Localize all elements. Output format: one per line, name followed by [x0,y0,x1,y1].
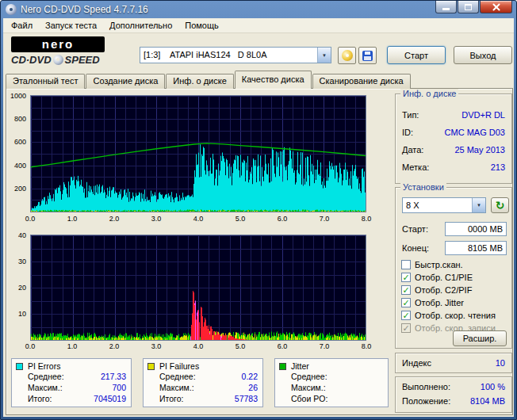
y-tick-label: 30 [18,258,26,265]
logo-text-cddvd: CD·DVD [11,54,52,66]
x-tick-label: 6.0 [278,342,288,350]
status-group: Выполнено:100 % Положение:8104 MB [395,376,512,413]
stat-value: 0.22 [242,372,258,381]
tab-disc-info[interactable]: Инф. о диске [166,74,233,89]
info-label: Тип: [402,110,419,120]
stat-value: 7045019 [94,394,126,403]
settings-group: Установки 8 X ▼ ↻ Старт: 0000 MB Конец: … [395,187,512,349]
x-tick-label: 2.0 [109,215,120,223]
index-group: Индекс10 [395,353,512,373]
end-position-field[interactable]: 8105 MB [445,241,507,255]
y-tick-label: 40 [18,231,26,239]
checkbox-show-c1-pie[interactable]: ✓Отобр. C1/PIE [401,272,508,283]
checkbox-show-read-speed[interactable]: ✓Отобр. скор. чтения [401,310,508,321]
pi-failures-stats: PI Failures Среднее:0.22 Максим.:26 Итог… [143,358,263,407]
maximize-button[interactable] [458,1,479,13]
save-button[interactable] [358,47,377,64]
x-tick-label: 4.0 [193,342,204,350]
index-label: Индекс [402,358,431,368]
checkbox-label: Быстр.скан. [415,260,463,269]
stat-label: Итого: [28,394,52,403]
close-icon [492,2,501,12]
checkbox-box: ✓ [401,323,411,333]
jitter-swatch-icon [279,363,286,370]
minimize-button[interactable] [435,1,457,13]
chevron-down-icon[interactable]: ▼ [317,48,331,63]
disc-eject-icon [342,50,353,61]
info-label: Метка: [402,162,429,172]
menu-item-help[interactable]: Помощь [178,19,225,32]
menu-item-run-test[interactable]: Запуск теста [39,19,103,32]
x-tick-label: 0.0 [25,215,36,223]
pi-errors-y-axis: 1000800600400200 [6,95,29,212]
eject-button[interactable] [338,47,356,64]
tab-scandisc[interactable]: Сканирование диска [312,74,411,89]
pi-failures-x-axis: 0.01.02.03.04.05.06.07.08.0 [30,342,366,351]
minimize-icon [442,8,450,10]
start-position-field[interactable]: 0000 MB [445,222,507,236]
settings-title: Установки [400,182,446,192]
logo-text-speed: SPEED [65,54,100,66]
x-tick-label: 7.0 [320,342,330,350]
disc-logo-icon [53,55,63,65]
progress-label: Выполнено: [402,382,450,391]
start-button[interactable]: Старт [387,46,446,64]
pi-failures-swatch-icon [147,363,155,370]
stat-value: 700 [112,383,126,392]
pi-errors-swatch-icon [16,363,23,370]
info-value: CMC MAG D03 [445,128,505,137]
x-tick-label: 5.0 [236,342,246,350]
stats-title: PI Errors [28,361,60,371]
app-window: Nero CD-DVD Speed 4.7.7.16 Файл Запуск т… [0,0,517,420]
menubar: Файл Запуск теста Дополнительно Помощь [3,18,514,33]
drive-select-value: [1:3] ATAPI iHAS124 D 8L0A [140,48,317,63]
stat-label: Максим.: [28,383,63,392]
refresh-button[interactable]: ↻ [491,197,509,213]
advanced-button[interactable]: Расшир. [453,330,507,346]
x-tick-label: 7.0 [320,215,330,223]
window-title: Nero CD-DVD Speed 4.7.7.16 [21,4,148,15]
checkbox-show-c2-pif[interactable]: ✓Отобр. C2/PIF [401,284,508,296]
progress-value: 100 % [481,382,505,391]
info-value: 25 May 2013 [454,145,505,155]
tab-create-disc[interactable]: Создание диска [86,74,165,89]
position-label: Положение: [402,396,450,406]
x-tick-label: 1.0 [67,215,78,223]
checkbox-box: ✓ [401,298,411,307]
refresh-icon: ↻ [496,200,505,210]
menu-item-file[interactable]: Файл [5,19,39,32]
x-tick-label: 3.0 [151,342,162,350]
stats-title: Jitter [291,361,309,371]
x-tick-label: 2.0 [109,342,120,350]
y-tick-label: 800 [14,115,26,123]
menu-item-extra[interactable]: Дополнительно [103,19,178,32]
x-tick-label: 0.0 [25,342,36,350]
stat-label: Максим.: [159,383,194,392]
info-value: 213 [491,162,505,172]
drive-select[interactable]: [1:3] ATAPI iHAS124 D 8L0A ▼ [140,47,331,63]
maximize-icon [465,4,472,10]
start-position-label: Старт: [402,224,428,234]
close-button[interactable] [480,1,512,13]
checkbox-fast-scan[interactable]: Быстр.скан. [401,259,508,270]
info-value: DVD+R DL [461,110,505,120]
jitter-stats: Jitter Среднее: Максим.: Сбои PO: [274,358,389,407]
checkbox-label: Отобр. Jitter [415,298,464,307]
disc-info-group: Инф. о диске Тип:DVD+R DL ID:CMC MAG D03… [395,94,512,184]
chevron-down-icon[interactable]: ▼ [472,198,485,212]
nero-logo: nero [11,36,105,52]
stat-value: 26 [248,383,258,392]
tab-benchmark[interactable]: Эталонный тест [6,74,85,89]
exit-button[interactable]: Выход [454,46,512,64]
tab-disc-quality[interactable]: Качество диска [235,71,312,89]
x-tick-label: 5.0 [236,215,246,223]
checkbox-show-jitter[interactable]: ✓Отобр. Jitter [401,297,508,308]
stat-value: 217.33 [101,372,126,381]
speed-select[interactable]: 8 X ▼ [402,197,486,213]
x-tick-label: 4.0 [193,215,204,223]
pi-errors-chart [30,95,366,212]
x-tick-label: 8.0 [362,342,372,350]
tab-strip: Эталонный тест Создание диска Инф. о дис… [6,71,412,89]
app-icon [6,4,17,15]
end-position-label: Конец: [402,243,429,253]
